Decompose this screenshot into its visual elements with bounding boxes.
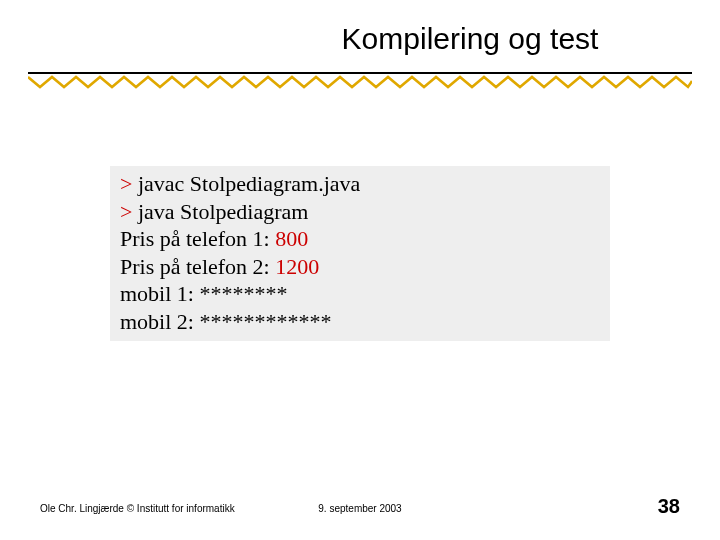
terminal-line: > javac Stolpediagram.java [120,170,600,198]
slide-number: 38 [658,495,680,518]
output-label: mobil 1: [120,281,199,306]
terminal-line: mobil 2: ************ [120,308,600,336]
output-value: ******** [199,281,287,306]
command-text: Stolpediagram [180,199,308,224]
output-value: ************ [199,309,331,334]
footer-date: 9. september 2003 [0,503,720,514]
terminal-line: > java Stolpediagram [120,198,600,226]
page-title: Kompilering og test [0,22,720,56]
output-label: Pris på telefon 1: [120,226,275,251]
command-text: java [324,171,361,196]
terminal-output: > javac Stolpediagram.java > java Stolpe… [110,166,610,341]
terminal-line: Pris på telefon 2: 1200 [120,253,600,281]
output-value: 1200 [275,254,319,279]
title-area: Kompilering og test [0,22,720,56]
command-text: Stolpediagram. [190,171,324,196]
terminal-line: Pris på telefon 1: 800 [120,225,600,253]
output-label: Pris på telefon 2: [120,254,275,279]
terminal-line: mobil 1: ******** [120,280,600,308]
divider-line [28,72,692,74]
output-label: mobil 2: [120,309,199,334]
command-text: java [138,199,175,224]
divider [28,72,692,93]
prompt-icon: > [120,199,132,224]
zigzag-decoration [28,75,692,89]
prompt-icon: > [120,171,132,196]
output-value: 800 [275,226,308,251]
command-text: javac [138,171,184,196]
